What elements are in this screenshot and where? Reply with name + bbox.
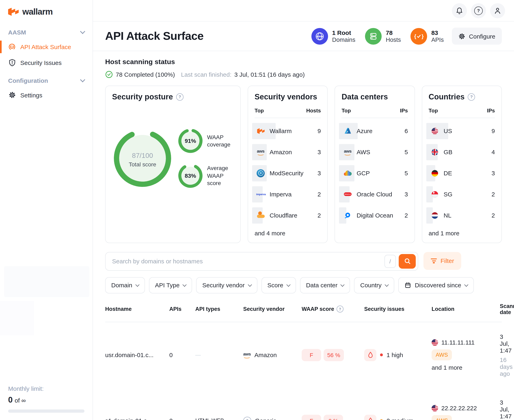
- row-value: 5: [405, 149, 408, 156]
- row-value: 3: [317, 170, 321, 177]
- col-top: Top: [429, 107, 438, 114]
- help-icon[interactable]: ?: [468, 93, 475, 101]
- table-row[interactable]: s1.domain-01.c... 2 HTML WEB ?Generic F …: [105, 388, 502, 420]
- help-icon[interactable]: ?: [176, 93, 183, 101]
- digitalocean-icon: [344, 212, 352, 219]
- row-name: Wallarm: [270, 128, 292, 135]
- total-score-ring: 87/100 Total score: [112, 128, 173, 189]
- filter-button[interactable]: Filter: [423, 252, 461, 270]
- help-icon[interactable]: ?: [337, 306, 343, 313]
- stat-label: Hosts: [386, 37, 401, 44]
- location-cell: 22.22.22.222 AWS and 1 more: [431, 405, 497, 420]
- card-row-wallarm[interactable]: Wallarm 9: [255, 123, 321, 139]
- configure-label: Configure: [469, 33, 495, 40]
- flag-gb-icon: [431, 149, 438, 155]
- mini-ring-value: 83%: [178, 163, 203, 188]
- main-area: ? API Attack Surface www 1 Root Domains …: [93, 0, 514, 420]
- card-row-nl[interactable]: NL 2: [429, 207, 495, 224]
- card-row-sg[interactable]: SG 2: [429, 186, 495, 202]
- chevron-down-icon: [341, 283, 345, 287]
- api-types-cell: —: [195, 352, 240, 358]
- column-api-types: API types: [195, 306, 240, 312]
- sidebar-section-configuration[interactable]: Configuration: [0, 71, 93, 87]
- filter-chip-api-type[interactable]: API Type: [149, 277, 192, 293]
- location-more[interactable]: and 1 more: [431, 364, 497, 371]
- search-button[interactable]: [399, 254, 416, 269]
- filter-chip-discovered-since[interactable]: Discovered since: [398, 277, 474, 293]
- monthly-limit-progressbar: [8, 409, 84, 413]
- data-centers-card: Data centers TopIPs Azure 6 awsAWS 5 GCP…: [335, 86, 415, 243]
- stat-domains: www 1 Root Domains: [311, 28, 355, 45]
- card-row-gcp[interactable]: GCP 5: [342, 165, 408, 181]
- sidebar-item-security-issues[interactable]: Security Issues: [0, 55, 93, 71]
- search-input[interactable]: [111, 257, 385, 265]
- card-columns: TopHosts: [255, 107, 321, 118]
- show-more[interactable]: and 4 more: [255, 230, 321, 237]
- scan-completed: 78 Completed (100%): [116, 71, 175, 78]
- column-apis: APIs: [169, 306, 192, 312]
- globe-www-icon: www: [315, 31, 325, 41]
- card-row-de[interactable]: DE 3: [429, 165, 495, 181]
- card-row-digital-ocean[interactable]: Digital Ocean 2: [342, 207, 408, 224]
- card-row-amazon[interactable]: awsAmazon 3: [255, 144, 321, 160]
- filter-chip-country[interactable]: Country: [354, 277, 394, 293]
- configure-button[interactable]: Configure: [452, 28, 502, 45]
- table-header: HostnameAPIsAPI typesSecurity vendorWAAP…: [105, 303, 502, 322]
- sidebar-item-api-attack-surface[interactable]: API Attack Surface: [0, 39, 93, 55]
- wallarm-logo[interactable]: wallarm: [0, 0, 93, 22]
- show-more[interactable]: and 1 more: [429, 230, 495, 237]
- help-button[interactable]: ?: [471, 3, 486, 18]
- column-scanned-date: Scanned date: [500, 303, 514, 315]
- scanned-date-cell: 3 Jul, 1:4716 days ago: [500, 333, 513, 377]
- sidebar-section-aasm[interactable]: AASM: [0, 22, 93, 39]
- chip-label: Score: [267, 282, 283, 289]
- row-name: ModSecurity: [270, 170, 303, 177]
- monthly-limit-label: Monthly limit:: [8, 385, 84, 392]
- card-row-modsecurity[interactable]: ModSecurity 3: [255, 165, 321, 181]
- card-row-azure[interactable]: Azure 6: [342, 123, 408, 139]
- empty-dash: —: [195, 352, 201, 358]
- stat-label: Domains: [332, 37, 355, 44]
- chevron-down-icon: [80, 77, 85, 82]
- notifications-button[interactable]: [452, 3, 467, 18]
- card-row-us[interactable]: US 9: [429, 123, 495, 139]
- card-row-gb[interactable]: GB 4: [429, 144, 495, 160]
- waap-score-cell: F 56 %: [302, 349, 361, 361]
- api-types-cell: HTML WEB: [195, 418, 240, 420]
- column-security-vendor: Security vendor: [243, 306, 298, 312]
- last-scan-value: 3 Jul, 01:51 (16 days ago): [234, 71, 305, 78]
- filter-chips: DomainAPI TypeSecurity vendorScoreData c…: [105, 277, 502, 293]
- card-row-aws[interactable]: awsAWS 5: [342, 144, 408, 160]
- question-circle-icon: ?: [243, 417, 251, 420]
- filter-chip-score[interactable]: Score: [261, 277, 296, 293]
- filter-chip-security-vendor[interactable]: Security vendor: [196, 277, 257, 293]
- aws-icon: aws: [243, 352, 251, 358]
- account-button[interactable]: [490, 3, 505, 18]
- filter-chip-data-center[interactable]: Data center: [300, 277, 350, 293]
- row-value: 9: [317, 128, 321, 135]
- hostname-cell: usr.domain-01.c...: [105, 352, 166, 359]
- row-value: 5: [405, 170, 408, 177]
- sidebar-item-label: Settings: [20, 91, 42, 98]
- filter-chip-domain[interactable]: Domain: [105, 277, 145, 293]
- table-row[interactable]: usr.domain-01.c... 0 — awsAmazon F 56 % …: [105, 322, 502, 388]
- waap-score-cell: F 0 %: [302, 415, 361, 420]
- sidebar-item-settings[interactable]: Settings: [0, 87, 93, 103]
- issues-text: 2 medium: [386, 417, 413, 420]
- stat-icon: www: [311, 28, 328, 45]
- chevron-down-icon: [183, 283, 187, 287]
- card-row-imperva[interactable]: impervaImperva 2: [255, 186, 321, 202]
- calendar-icon: [404, 282, 411, 289]
- wallarm-logo-icon: [8, 8, 19, 16]
- flag-us-icon: [431, 405, 438, 412]
- search-icon: [404, 258, 411, 265]
- card-row-cloudflare[interactable]: Cloudflare 2: [255, 207, 321, 224]
- total-score-label: Total score: [129, 161, 156, 168]
- severity-dot: [380, 419, 383, 420]
- hostname-cell: s1.domain-01.c...: [105, 417, 166, 420]
- filter-icon: [431, 258, 437, 263]
- col-count: IPs: [400, 107, 408, 114]
- score-percent-badge: 0 %: [324, 415, 343, 420]
- card-row-oracle-cloud[interactable]: ORACLEOracle Cloud 3: [342, 186, 408, 202]
- chip-label: Discovered since: [415, 282, 461, 289]
